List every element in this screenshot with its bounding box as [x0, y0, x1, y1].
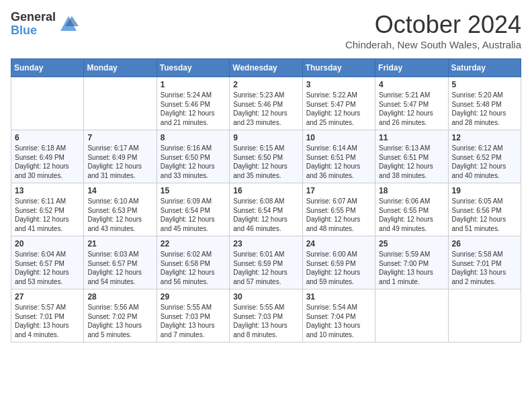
calendar-cell — [448, 289, 521, 342]
day-info: Sunrise: 6:06 AM Sunset: 6:55 PM Dayligh… — [379, 197, 444, 233]
day-info: Sunrise: 6:05 AM Sunset: 6:56 PM Dayligh… — [452, 197, 517, 233]
day-number: 19 — [452, 186, 517, 195]
day-number: 22 — [161, 239, 226, 248]
day-info: Sunrise: 5:59 AM Sunset: 7:00 PM Dayligh… — [379, 250, 444, 286]
calendar-cell: 25Sunrise: 5:59 AM Sunset: 7:00 PM Dayli… — [375, 236, 448, 289]
day-info: Sunrise: 5:22 AM Sunset: 5:47 PM Dayligh… — [306, 91, 371, 127]
calendar-cell: 4Sunrise: 5:21 AM Sunset: 5:47 PM Daylig… — [375, 77, 448, 130]
day-of-week-header: Thursday — [302, 59, 375, 77]
day-info: Sunrise: 5:55 AM Sunset: 7:03 PM Dayligh… — [233, 303, 298, 339]
day-info: Sunrise: 6:03 AM Sunset: 6:57 PM Dayligh… — [87, 250, 152, 286]
day-number: 27 — [15, 292, 80, 302]
day-of-week-header: Tuesday — [157, 59, 229, 77]
day-number: 7 — [87, 133, 152, 142]
day-info: Sunrise: 6:04 AM Sunset: 6:57 PM Dayligh… — [15, 250, 80, 286]
month-title: October 2024 — [345, 11, 521, 39]
calendar-week-row: 13Sunrise: 6:11 AM Sunset: 6:52 PM Dayli… — [11, 183, 521, 236]
day-number: 23 — [233, 239, 298, 248]
calendar-cell — [375, 289, 448, 342]
calendar-cell: 2Sunrise: 5:23 AM Sunset: 5:46 PM Daylig… — [230, 77, 302, 130]
day-number: 30 — [233, 292, 298, 302]
day-info: Sunrise: 6:02 AM Sunset: 6:58 PM Dayligh… — [161, 250, 226, 286]
day-number: 18 — [379, 186, 444, 195]
calendar-cell: 22Sunrise: 6:02 AM Sunset: 6:58 PM Dayli… — [157, 236, 229, 289]
title-section: October 2024 Chinderah, New South Wales,… — [345, 11, 521, 50]
calendar-cell: 14Sunrise: 6:10 AM Sunset: 6:53 PM Dayli… — [84, 183, 157, 236]
day-info: Sunrise: 5:23 AM Sunset: 5:46 PM Dayligh… — [233, 91, 298, 127]
day-number: 3 — [306, 80, 371, 89]
day-info: Sunrise: 5:56 AM Sunset: 7:02 PM Dayligh… — [87, 303, 152, 339]
calendar-table: SundayMondayTuesdayWednesdayThursdayFrid… — [11, 58, 521, 342]
day-number: 14 — [87, 186, 152, 195]
calendar-week-row: 6Sunrise: 6:18 AM Sunset: 6:49 PM Daylig… — [11, 130, 521, 183]
day-number: 20 — [15, 239, 80, 248]
calendar-week-row: 1Sunrise: 5:24 AM Sunset: 5:46 PM Daylig… — [11, 77, 521, 130]
calendar-cell: 31Sunrise: 5:54 AM Sunset: 7:04 PM Dayli… — [302, 289, 375, 342]
day-of-week-header: Wednesday — [230, 59, 302, 77]
calendar-cell: 18Sunrise: 6:06 AM Sunset: 6:55 PM Dayli… — [375, 183, 448, 236]
calendar-header-row: SundayMondayTuesdayWednesdayThursdayFrid… — [11, 59, 521, 77]
calendar-cell: 8Sunrise: 6:16 AM Sunset: 6:50 PM Daylig… — [157, 130, 229, 183]
calendar-cell: 19Sunrise: 6:05 AM Sunset: 6:56 PM Dayli… — [448, 183, 521, 236]
day-number: 28 — [87, 292, 152, 302]
day-number: 5 — [452, 80, 517, 89]
location-subtitle: Chinderah, New South Wales, Australia — [345, 39, 521, 50]
day-number: 4 — [379, 80, 444, 89]
day-info: Sunrise: 6:12 AM Sunset: 6:52 PM Dayligh… — [452, 144, 517, 180]
day-number: 15 — [161, 186, 226, 195]
day-number: 2 — [233, 80, 298, 89]
page-header: General Blue October 2024 Chinderah, New… — [11, 11, 521, 50]
day-info: Sunrise: 5:55 AM Sunset: 7:03 PM Dayligh… — [161, 303, 226, 339]
day-number: 8 — [161, 133, 226, 142]
day-info: Sunrise: 6:08 AM Sunset: 6:54 PM Dayligh… — [233, 197, 298, 233]
day-number: 11 — [379, 133, 444, 142]
day-info: Sunrise: 6:00 AM Sunset: 6:59 PM Dayligh… — [306, 250, 371, 286]
day-info: Sunrise: 6:16 AM Sunset: 6:50 PM Dayligh… — [161, 144, 226, 180]
day-number: 1 — [161, 80, 226, 89]
calendar-cell: 23Sunrise: 6:01 AM Sunset: 6:59 PM Dayli… — [230, 236, 302, 289]
calendar-cell: 29Sunrise: 5:55 AM Sunset: 7:03 PM Dayli… — [157, 289, 229, 342]
calendar-cell: 17Sunrise: 6:07 AM Sunset: 6:55 PM Dayli… — [302, 183, 375, 236]
day-number: 31 — [306, 292, 371, 302]
day-number: 25 — [379, 239, 444, 248]
calendar-cell: 5Sunrise: 5:20 AM Sunset: 5:48 PM Daylig… — [448, 77, 521, 130]
day-info: Sunrise: 6:01 AM Sunset: 6:59 PM Dayligh… — [233, 250, 298, 286]
day-info: Sunrise: 6:11 AM Sunset: 6:52 PM Dayligh… — [15, 197, 80, 233]
day-info: Sunrise: 5:20 AM Sunset: 5:48 PM Dayligh… — [452, 91, 517, 127]
day-number: 24 — [306, 239, 371, 248]
calendar-cell — [84, 77, 157, 130]
day-info: Sunrise: 6:10 AM Sunset: 6:53 PM Dayligh… — [87, 197, 152, 233]
calendar-cell: 28Sunrise: 5:56 AM Sunset: 7:02 PM Dayli… — [84, 289, 157, 342]
calendar-week-row: 20Sunrise: 6:04 AM Sunset: 6:57 PM Dayli… — [11, 236, 521, 289]
calendar-cell — [11, 77, 84, 130]
calendar-cell: 1Sunrise: 5:24 AM Sunset: 5:46 PM Daylig… — [157, 77, 229, 130]
calendar-cell: 21Sunrise: 6:03 AM Sunset: 6:57 PM Dayli… — [84, 236, 157, 289]
day-number: 21 — [87, 239, 152, 248]
day-info: Sunrise: 5:21 AM Sunset: 5:47 PM Dayligh… — [379, 91, 444, 127]
calendar-cell: 6Sunrise: 6:18 AM Sunset: 6:49 PM Daylig… — [11, 130, 84, 183]
logo-general-text: General — [11, 11, 56, 24]
day-number: 12 — [452, 133, 517, 142]
day-number: 9 — [233, 133, 298, 142]
logo-icon — [58, 14, 79, 34]
calendar-cell: 15Sunrise: 6:09 AM Sunset: 6:54 PM Dayli… — [157, 183, 229, 236]
day-info: Sunrise: 6:09 AM Sunset: 6:54 PM Dayligh… — [161, 197, 226, 233]
day-number: 10 — [306, 133, 371, 142]
day-of-week-header: Sunday — [11, 59, 84, 77]
day-number: 17 — [306, 186, 371, 195]
calendar-cell: 20Sunrise: 6:04 AM Sunset: 6:57 PM Dayli… — [11, 236, 84, 289]
day-info: Sunrise: 6:17 AM Sunset: 6:49 PM Dayligh… — [87, 144, 152, 180]
calendar-cell: 13Sunrise: 6:11 AM Sunset: 6:52 PM Dayli… — [11, 183, 84, 236]
day-of-week-header: Saturday — [448, 59, 521, 77]
logo-blue-text: Blue — [11, 24, 56, 38]
day-info: Sunrise: 6:13 AM Sunset: 6:51 PM Dayligh… — [379, 144, 444, 180]
calendar-cell: 27Sunrise: 5:57 AM Sunset: 7:01 PM Dayli… — [11, 289, 84, 342]
calendar-cell: 26Sunrise: 5:58 AM Sunset: 7:01 PM Dayli… — [448, 236, 521, 289]
day-info: Sunrise: 5:57 AM Sunset: 7:01 PM Dayligh… — [15, 303, 80, 339]
day-number: 13 — [15, 186, 80, 195]
day-number: 26 — [452, 239, 517, 248]
day-info: Sunrise: 5:24 AM Sunset: 5:46 PM Dayligh… — [161, 91, 226, 127]
day-of-week-header: Friday — [375, 59, 448, 77]
calendar-cell: 10Sunrise: 6:14 AM Sunset: 6:51 PM Dayli… — [302, 130, 375, 183]
calendar-cell: 30Sunrise: 5:55 AM Sunset: 7:03 PM Dayli… — [230, 289, 302, 342]
